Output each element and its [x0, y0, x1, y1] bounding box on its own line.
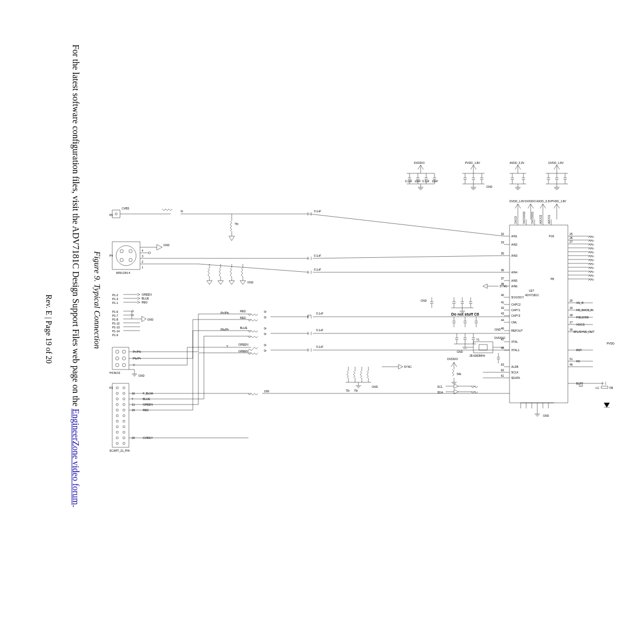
svg-text:GREEN: GREEN [238, 350, 248, 353]
connector-p0: P0 CVBS 0r [109, 207, 309, 218]
svg-text:GREEN: GREEN [238, 343, 248, 346]
svg-point-182 [123, 409, 125, 411]
svg-line-484 [313, 256, 504, 258]
svg-point-192 [123, 437, 125, 439]
svg-text:CVBS: CVBS [122, 207, 129, 210]
svg-point-150 [116, 350, 119, 353]
svg-text:38: 38 [501, 282, 504, 286]
svg-point-181 [116, 409, 118, 411]
i2c: SCL SDA DVDDIO 54k [437, 357, 504, 394]
svg-text:DVDD_1.8V: DVDD_1.8V [548, 161, 564, 164]
svg-text:PHONO3: PHONO3 [109, 371, 120, 375]
svg-text:CAPY2: CAPY2 [511, 314, 521, 317]
svg-rect-85 [112, 210, 120, 218]
svg-text:SYNC: SYNC [404, 365, 412, 368]
svg-text:P1-1: P1-1 [112, 301, 118, 304]
svg-point-190 [123, 431, 125, 433]
svg-text:RED: RED [142, 301, 148, 304]
svg-text:AIN4: AIN4 [511, 271, 517, 274]
svg-text:VS/CS: VS/CS [576, 323, 585, 326]
svg-text:17: 17 [570, 321, 573, 324]
svg-text:18: 18 [570, 313, 573, 317]
svg-text:DVDDIO1: DVDDIO1 [531, 212, 534, 224]
svg-text:P1-9: P1-9 [112, 333, 118, 337]
svg-text:37: 37 [501, 277, 504, 280]
svg-text:LC: LC [596, 386, 600, 390]
svg-point-153 [122, 357, 126, 360]
svg-text:P1-13: P1-13 [112, 326, 120, 329]
connector-minidin: P4 MINI-DIN-4 GND 43 21 [109, 242, 198, 274]
svg-text:10nF: 10nF [415, 179, 421, 183]
svg-text:AVDD_3.3V: AVDD_3.3V [510, 161, 525, 164]
svg-point-191 [116, 437, 118, 439]
svg-text:0.1uF: 0.1uF [316, 328, 323, 332]
svg-text:51: 51 [570, 357, 573, 361]
svg-text:P1-2: P1-2 [112, 293, 118, 297]
decoupling-bank-4: DVDD_1.8V [546, 161, 568, 189]
svg-text:41: 41 [501, 301, 504, 304]
svg-text:44: 44 [501, 318, 504, 322]
svg-text:RED: RED [240, 316, 246, 319]
footer-link[interactable]: EngineerZone video forum [71, 408, 81, 505]
svg-text:SOG/SOY: SOG/SOY [511, 296, 525, 299]
svg-text:0r: 0r [264, 316, 267, 319]
connector-phono3: H2 PHONO3 Pr/Pb Pb/Pr Y GND [109, 347, 198, 377]
svg-text:NC: NC [576, 360, 581, 363]
figure-caption: Figure 9. Typical Connection [92, 251, 102, 349]
footer-period: . [71, 505, 81, 507]
svg-rect-95 [112, 242, 140, 269]
svg-point-184 [123, 415, 125, 417]
svg-point-185 [116, 420, 118, 422]
svg-text:0.1uF: 0.1uF [314, 209, 321, 213]
svg-text:20: 20 [570, 299, 573, 302]
svg-text:CAPY1: CAPY1 [511, 308, 521, 312]
svg-point-188 [123, 426, 125, 428]
svg-rect-149 [112, 347, 129, 370]
svg-text:Do not stuff C6: Do not stuff C6 [451, 312, 479, 316]
svg-text:MINI-DIN-4: MINI-DIN-4 [116, 271, 130, 274]
svg-text:GND: GND [486, 185, 493, 188]
svg-point-193 [116, 442, 118, 445]
svg-point-136 [132, 314, 134, 316]
svg-text:P1-7: P1-7 [112, 314, 118, 317]
cap-block: GND Do not stuff C6 GND GND [421, 297, 501, 353]
svg-text:26: 26 [570, 236, 573, 239]
footer-intro: For the latest software configuration fi… [71, 44, 81, 408]
svg-text:AIN1: AIN1 [511, 234, 517, 238]
svg-text:40: 40 [501, 293, 504, 297]
svg-text:Y1: Y1 [476, 338, 480, 341]
svg-text:AIN5: AIN5 [511, 279, 517, 282]
svg-text:46: 46 [501, 327, 504, 330]
svg-text:DVDD_1.8V: DVDD_1.8V [510, 199, 525, 203]
svg-text:DVDDIO: DVDDIO [414, 161, 425, 164]
svg-text:61: 61 [501, 374, 504, 377]
svg-point-178 [123, 398, 125, 400]
svg-text:PVDD: PVDD [607, 342, 615, 345]
svg-text:GND: GND [147, 318, 154, 321]
svg-text:AVDD2: AVDD2 [539, 214, 542, 224]
svg-text:0r: 0r [264, 327, 267, 330]
svg-point-99 [120, 258, 123, 262]
svg-point-133 [132, 311, 134, 312]
svg-text:35: 35 [501, 252, 504, 255]
svg-text:19: 19 [570, 306, 573, 309]
svg-text:0.1uF: 0.1uF [314, 254, 321, 257]
svg-point-189 [116, 431, 118, 433]
svg-point-151 [122, 350, 126, 353]
svg-text:GND: GND [372, 385, 378, 388]
svg-text:ALSB: ALSB [511, 365, 518, 368]
svg-text:PVDD_1.8V: PVDD_1.8V [551, 199, 567, 203]
svg-text:2: 2 [142, 260, 143, 263]
svg-text:P1-3: P1-3 [112, 297, 118, 301]
svg-text:46: 46 [570, 363, 573, 366]
svg-text:XTAL1: XTAL1 [511, 348, 520, 352]
svg-text:AIN6: AIN6 [511, 284, 517, 288]
svg-text:REFOUT: REFOUT [511, 329, 523, 332]
svg-text:P3: P3 [109, 386, 113, 390]
svg-text:0r: 0r [264, 332, 267, 336]
svg-point-177 [116, 398, 118, 400]
svg-text:63: 63 [501, 363, 504, 366]
svg-text:P1-14: P1-14 [112, 330, 120, 333]
svg-text:25: 25 [570, 232, 573, 236]
svg-text:P0: P0 [109, 213, 113, 217]
